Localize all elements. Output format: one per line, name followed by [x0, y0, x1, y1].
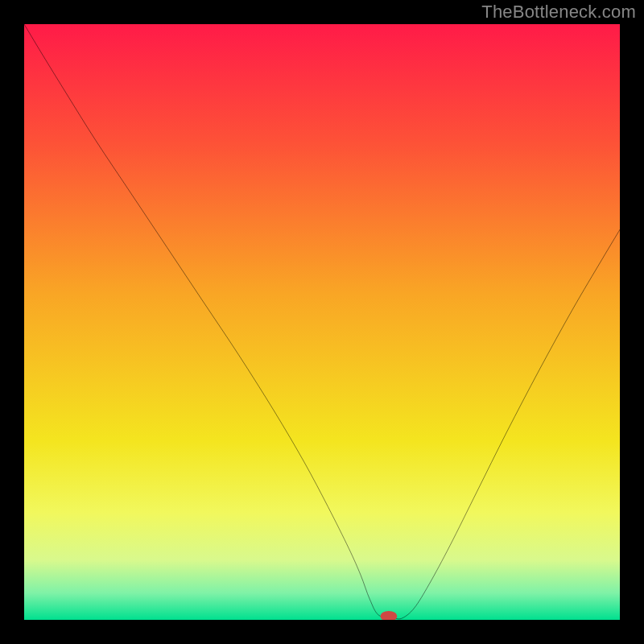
- gradient-background: [24, 24, 620, 620]
- chart-frame: TheBottleneck.com: [0, 0, 644, 644]
- bottleneck-plot: [24, 24, 620, 620]
- plot-svg: [24, 24, 620, 620]
- watermark-text: TheBottleneck.com: [481, 2, 636, 23]
